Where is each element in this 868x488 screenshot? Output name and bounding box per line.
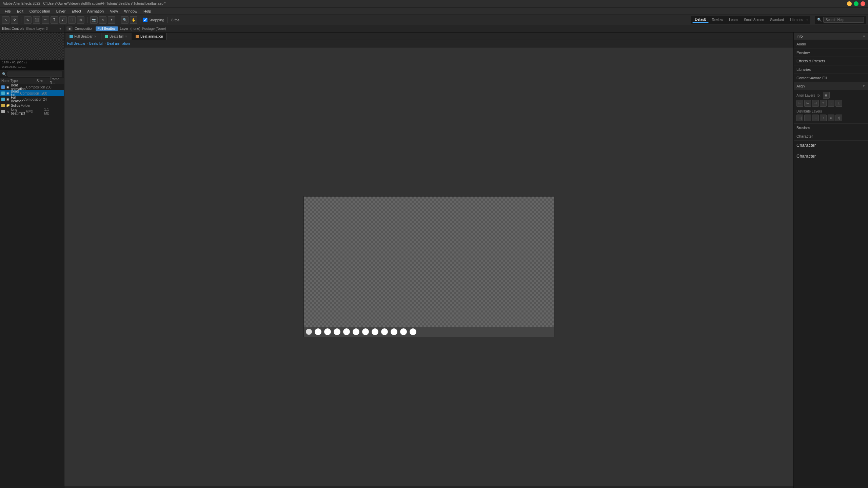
menu-layer[interactable]: Layer xyxy=(54,8,68,14)
item-color xyxy=(1,92,5,95)
item-size: 1.1 MB xyxy=(44,108,53,115)
dist-hcenter-button[interactable]: ↔ xyxy=(804,115,811,121)
menu-animation[interactable]: Animation xyxy=(84,8,106,14)
tool-zoom[interactable]: 🔍 xyxy=(121,16,129,24)
tool-move[interactable]: ✥ xyxy=(11,16,18,24)
effects-presets-section[interactable]: Effects & Presets xyxy=(794,57,868,65)
tool-puppet[interactable]: ✦ xyxy=(108,16,115,24)
minimize-button[interactable] xyxy=(847,1,852,6)
list-item[interactable]: ▣ Beats full Composition 200 xyxy=(0,90,64,96)
paint-section[interactable]: Character xyxy=(794,132,868,141)
tool-rect[interactable]: ⬛ xyxy=(33,16,40,24)
item-color xyxy=(1,85,5,89)
tab-close-icon[interactable]: ✕ xyxy=(94,35,97,38)
search-input[interactable] xyxy=(823,17,864,23)
workspace-tab-libraries[interactable]: Libraries xyxy=(787,17,806,22)
breadcrumb-fullbeatbar[interactable]: Full Beatbar xyxy=(67,42,85,45)
toolbar-separator-1 xyxy=(21,17,21,23)
right-panel-title: Info xyxy=(796,34,803,38)
dist-vcenter-button[interactable]: ⇕ xyxy=(828,115,834,121)
breadcrumb-beatsfull[interactable]: Beats full xyxy=(89,42,103,45)
align-buttons-row: ⊢ ⊫ ⊣ ⊤ ↕ ⊥ xyxy=(796,100,865,107)
align-left-button[interactable]: ⊢ xyxy=(796,100,803,107)
dist-left-button[interactable]: |↔| xyxy=(796,115,803,121)
project-search-input[interactable] xyxy=(7,72,62,77)
tool-type[interactable]: T xyxy=(51,16,58,24)
panel-collapse-icon[interactable]: ▼ xyxy=(59,27,62,30)
close-button[interactable] xyxy=(861,1,865,6)
comp-tab-fullbeatbar[interactable]: Full Beatbar ✕ xyxy=(66,33,100,40)
comp-tab-beatsfull[interactable]: Beats full ✕ xyxy=(101,33,131,40)
align-top-button[interactable]: ⊤ xyxy=(820,100,827,107)
content-aware-fill-section[interactable]: Content-Aware Fill xyxy=(794,74,868,82)
comp-icon: ▣ xyxy=(5,85,10,89)
viewer-area[interactable] xyxy=(64,47,793,486)
tool-rotate[interactable]: ⟲ xyxy=(24,16,32,24)
libraries-section[interactable]: Libraries xyxy=(794,65,868,74)
workspace-tabs: Default Review Learn Small Screen Standa… xyxy=(691,16,810,24)
tool-camera[interactable]: 📷 xyxy=(90,16,98,24)
dist-top-button[interactable]: ↕ xyxy=(820,115,827,121)
workspace-tab-default[interactable]: Default xyxy=(692,17,709,23)
audio-section[interactable]: Audio xyxy=(794,40,868,48)
list-item[interactable]: ♫ long beat.mp3 MP3 1.1 MB xyxy=(0,108,64,115)
tool-pen[interactable]: ✏ xyxy=(42,16,49,24)
distribute-label: Distribute Layers xyxy=(796,109,865,113)
align-header[interactable]: Align ▼ xyxy=(794,82,868,90)
workspace-more-button[interactable]: » xyxy=(806,18,809,22)
beat-dot xyxy=(391,328,397,335)
align-layers-row: Align Layers To: ▣ xyxy=(796,92,865,99)
preview-section[interactable]: Preview xyxy=(794,48,868,57)
align-hcenter-button[interactable]: ⊫ xyxy=(804,100,811,107)
menu-composition[interactable]: Composition xyxy=(27,8,53,14)
align-comp-button[interactable]: ▣ xyxy=(823,92,830,99)
menu-window[interactable]: Window xyxy=(121,8,140,14)
comp-header: ■ Composition Full Beatbar Layer (none) … xyxy=(64,25,868,32)
comp-icon: ▣ xyxy=(5,91,10,96)
character-section[interactable]: Character xyxy=(794,141,868,150)
align-right-button[interactable]: ⊣ xyxy=(812,100,819,107)
tool-clone[interactable]: ⊡ xyxy=(68,16,76,24)
list-item[interactable]: ▣ Full Beatbar Composition 24 xyxy=(0,96,64,102)
tool-eraser[interactable]: ⊠ xyxy=(77,16,84,24)
title-bar: Adobe After Effects 2022 - C:\Users\Owne… xyxy=(0,0,868,7)
col-frames: Frame R... xyxy=(50,77,63,85)
list-item[interactable]: 📁 Solids Folder xyxy=(0,102,64,108)
brushes-section[interactable]: Brushes xyxy=(794,124,868,132)
item-type: Composition xyxy=(23,98,42,101)
right-panel-options-icon[interactable]: ≡ xyxy=(863,34,865,38)
footage-tab: Footage (None) xyxy=(142,27,166,30)
list-item[interactable]: ▣ Beat animation Composition 200 xyxy=(0,84,64,90)
comp-tabs: Full Beatbar ✕ Beats full ✕ Beat animati… xyxy=(64,33,793,40)
workspace-tab-standard[interactable]: Standard xyxy=(767,17,787,22)
menu-edit[interactable]: Edit xyxy=(14,8,26,14)
dist-right-button[interactable]: |↔ xyxy=(812,115,819,121)
workspace-tab-learn[interactable]: Learn xyxy=(726,17,741,22)
beat-dot xyxy=(400,328,407,335)
fullbeatbar-label[interactable]: Full Beatbar xyxy=(96,26,118,31)
toolbar: ↖ ✥ ⟲ ⬛ ✏ T 🖌 ⊡ ⊠ 📷 ☀ ✦ 🔍 ✋ Snapping 8 f… xyxy=(0,15,868,25)
menu-effect[interactable]: Effect xyxy=(69,8,84,14)
snapping-checkbox[interactable]: Snapping xyxy=(143,18,164,22)
tab-color-icon xyxy=(105,35,108,38)
breadcrumb-beatanimation[interactable]: Beat animation xyxy=(107,42,130,45)
tool-light[interactable]: ☀ xyxy=(99,16,106,24)
tab-close-icon[interactable]: ✕ xyxy=(125,35,127,38)
tool-select[interactable]: ↖ xyxy=(2,16,9,24)
toolbar-separator-4 xyxy=(140,17,140,23)
effect-controls-tab[interactable]: Effect Controls Shape Layer 3 ▼ xyxy=(0,25,64,32)
menu-view[interactable]: View xyxy=(107,8,121,14)
tool-paint[interactable]: 🖌 xyxy=(59,16,67,24)
workspace-tab-review[interactable]: Review xyxy=(709,17,726,22)
menu-help[interactable]: Help xyxy=(141,8,154,14)
menu-file[interactable]: File xyxy=(2,8,14,14)
align-collapse-icon[interactable]: ▼ xyxy=(862,84,865,88)
tab-color-icon xyxy=(136,35,139,38)
comp-tab-beatanimation[interactable]: Beat animation xyxy=(132,33,167,40)
align-bottom-button[interactable]: ⊥ xyxy=(835,100,842,107)
workspace-tab-smallscreen[interactable]: Small Screen xyxy=(741,17,767,22)
restore-button[interactable] xyxy=(854,1,859,6)
dist-bottom-button[interactable]: ↕| xyxy=(835,115,842,121)
align-vcenter-button[interactable]: ↕ xyxy=(828,100,834,107)
tool-hand[interactable]: ✋ xyxy=(130,16,137,24)
